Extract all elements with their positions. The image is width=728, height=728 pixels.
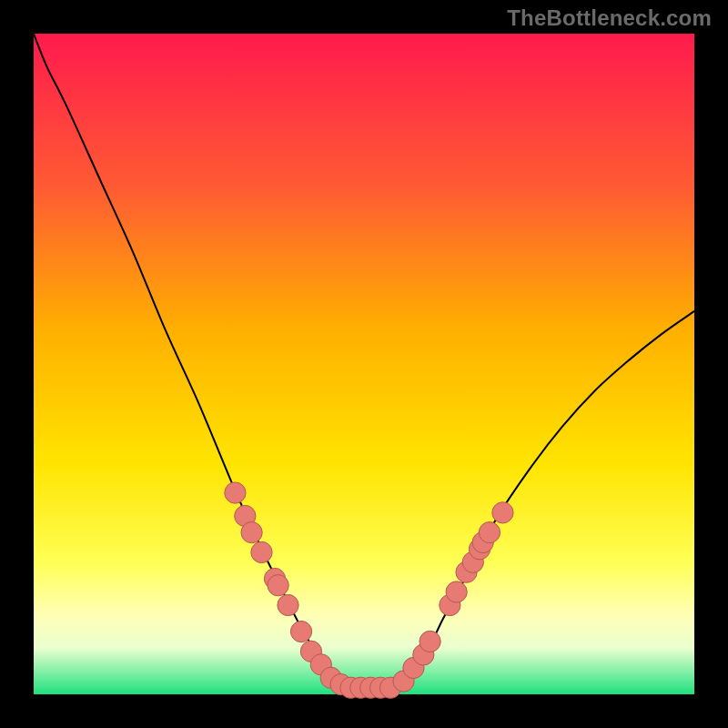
curve-marker (492, 502, 513, 523)
watermark-text: TheBottleneck.com (507, 5, 712, 31)
curve-marker (278, 594, 298, 615)
curve-marker (225, 482, 246, 503)
plot-area (34, 34, 694, 694)
curve-marker (251, 541, 272, 562)
curve-marker (241, 522, 262, 543)
curve-marker (479, 522, 500, 543)
curve-marker (446, 581, 467, 602)
chart-svg (0, 0, 728, 728)
curve-marker (290, 621, 311, 642)
curve-marker (268, 575, 288, 596)
curve-marker (420, 631, 440, 652)
chart-frame: TheBottleneck.com (0, 0, 728, 728)
